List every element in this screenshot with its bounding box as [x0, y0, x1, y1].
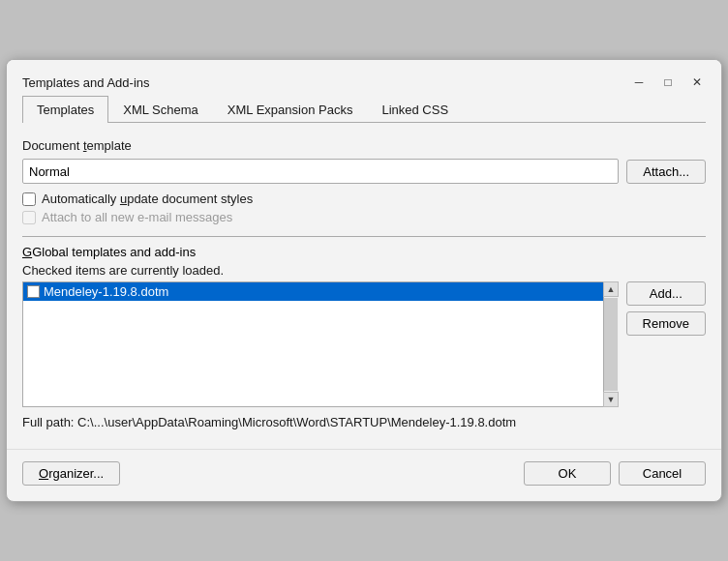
dialog-body: Templates XML Schema XML Expansion Packs… [7, 95, 721, 441]
list-item-label: Mendeley-1.19.8.dotm [44, 284, 168, 299]
global-section-label: GGlobal templates and add-ins [22, 245, 706, 259]
minimize-button[interactable]: ─ [626, 72, 652, 93]
attach-email-label: Attach to all new e-mail messages [42, 210, 232, 224]
scroll-down-arrow[interactable]: ▼ [603, 392, 619, 407]
tab-linked-css[interactable]: Linked CSS [367, 96, 463, 123]
window-title: Templates and Add-ins [22, 75, 150, 90]
window-controls: ─ □ ✕ [626, 72, 710, 93]
footer-right: OK Cancel [524, 461, 706, 486]
full-path-label: Full path: [22, 415, 74, 429]
remove-button[interactable]: Remove [626, 311, 706, 336]
auto-update-checkbox[interactable] [22, 192, 36, 206]
auto-update-row: Automatically update document styles [22, 192, 706, 206]
list-item-checkbox [27, 285, 40, 298]
cancel-button[interactable]: Cancel [619, 461, 706, 486]
tab-bar: Templates XML Schema XML Expansion Packs… [22, 95, 706, 123]
close-button[interactable]: ✕ [684, 72, 710, 93]
tab-xml-schema[interactable]: XML Schema [108, 96, 213, 123]
document-template-row: Attach... [22, 159, 706, 184]
attach-email-row: Attach to all new e-mail messages [22, 210, 706, 224]
add-button[interactable]: Add... [626, 281, 706, 306]
tab-xml-expansion-packs[interactable]: XML Expansion Packs [213, 96, 368, 123]
organizer-button[interactable]: Organizer... [22, 461, 120, 486]
title-bar: Templates and Add-ins ─ □ ✕ [7, 60, 721, 95]
auto-update-label: Automatically update document styles [42, 192, 253, 206]
list-box-container: Mendeley-1.19.8.dotm ▲ ▼ [22, 281, 619, 407]
dialog-templates-addins: Templates and Add-ins ─ □ ✕ Templates XM… [6, 59, 722, 502]
list-area: Mendeley-1.19.8.dotm ▲ ▼ Add... Remove [22, 281, 706, 407]
scroll-up-arrow[interactable]: ▲ [603, 281, 619, 297]
maximize-button[interactable]: □ [655, 72, 681, 93]
full-path-value: C:\...\user\AppData\Roaming\Microsoft\Wo… [77, 415, 516, 429]
list-button-group: Add... Remove [626, 281, 706, 407]
attach-email-checkbox [22, 211, 36, 224]
scrollbar: ▲ ▼ [603, 281, 619, 407]
list-item[interactable]: Mendeley-1.19.8.dotm [23, 282, 618, 301]
footer: Organizer... OK Cancel [7, 449, 721, 501]
tab-templates[interactable]: Templates [22, 96, 108, 123]
ok-button[interactable]: OK [524, 461, 611, 486]
scroll-thumb[interactable] [604, 298, 618, 391]
full-path: Full path: C:\...\user\AppData\Roaming\M… [22, 415, 706, 429]
section-divider [22, 236, 706, 237]
attach-button[interactable]: Attach... [626, 160, 706, 184]
document-template-input[interactable] [22, 159, 619, 184]
checked-items-note: Checked items are currently loaded. [22, 263, 706, 278]
list-box[interactable]: Mendeley-1.19.8.dotm [22, 281, 619, 407]
document-template-label: Document template [22, 138, 706, 153]
